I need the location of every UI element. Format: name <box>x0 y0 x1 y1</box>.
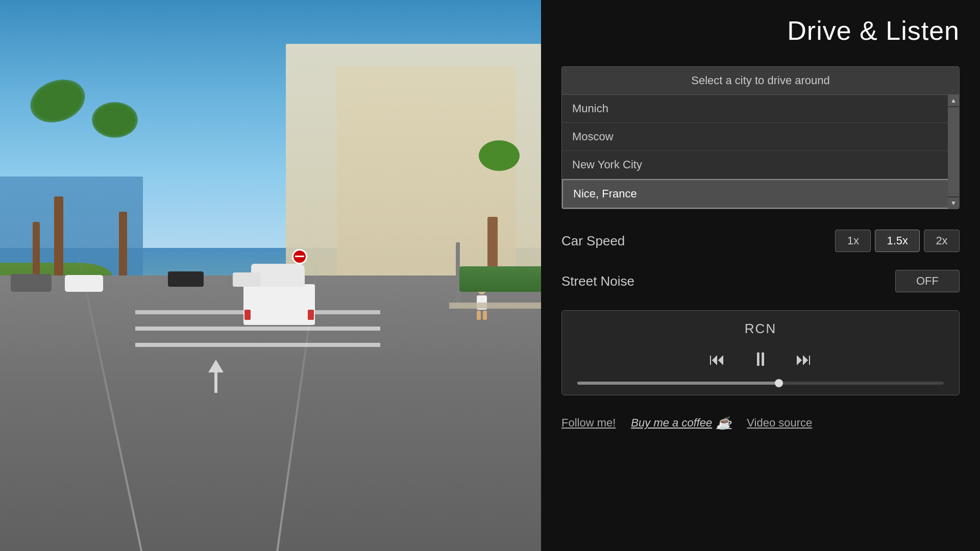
crosswalk-2 <box>135 327 380 331</box>
speed-2x-button[interactable]: 2x <box>924 230 960 252</box>
scroll-up-button[interactable]: ▲ <box>948 95 959 106</box>
white-car-distance <box>233 272 261 287</box>
scroll-thumb[interactable] <box>948 107 959 196</box>
city-item-new-york[interactable]: New York City <box>562 151 959 179</box>
sidewalk-right <box>449 303 541 309</box>
crosswalk-1 <box>135 343 380 347</box>
follow-me-link[interactable]: Follow me! <box>561 416 616 430</box>
city-selector-header: Select a city to drive around <box>562 67 959 95</box>
road-arrow <box>206 356 226 397</box>
progress-bar[interactable] <box>577 382 944 385</box>
control-panel: Drive & Listen Select a city to drive ar… <box>541 0 980 551</box>
car-speed-control: Car Speed 1x 1.5x 2x <box>561 230 960 252</box>
parked-car-1 <box>11 274 52 292</box>
city-item-munich[interactable]: Munich <box>562 95 959 123</box>
footer-links: Follow me! Buy me a coffee ☕ Video sourc… <box>561 416 960 430</box>
city-item-moscow[interactable]: Moscow <box>562 123 959 151</box>
app-title: Drive & Listen <box>561 15 960 46</box>
coffee-text: Buy me a coffee <box>631 416 712 430</box>
progress-fill <box>577 382 779 385</box>
radio-station-name: RCN <box>577 321 944 337</box>
speed-1-5x-button[interactable]: 1.5x <box>875 230 920 252</box>
speed-1x-button[interactable]: 1x <box>835 230 871 252</box>
city-selector: Select a city to drive around Munich Mos… <box>561 66 960 209</box>
parked-car-2 <box>65 275 103 292</box>
scroll-down-button[interactable]: ▼ <box>948 197 959 209</box>
street-noise-control: Street Noise OFF <box>561 270 960 292</box>
street-noise-label: Street Noise <box>561 273 634 289</box>
video-background <box>0 0 541 551</box>
next-track-button[interactable]: ⏭ <box>793 348 815 370</box>
previous-track-button[interactable]: ⏮ <box>706 348 728 370</box>
city-item-nice[interactable]: Nice, France <box>562 179 959 209</box>
palm-leaves-2 <box>92 102 138 138</box>
pause-button[interactable]: ⏸ <box>748 347 773 371</box>
city-list: Munich Moscow New York City Nice, France… <box>562 95 959 209</box>
tree-leaves-right <box>479 140 520 171</box>
speed-buttons-group: 1x 1.5x 2x <box>835 230 960 252</box>
radio-controls: ⏮ ⏸ ⏭ <box>577 347 944 371</box>
scrollbar[interactable]: ▲ ▼ <box>948 95 959 209</box>
black-car <box>168 271 204 287</box>
hedge <box>459 266 541 292</box>
car-speed-label: Car Speed <box>561 233 625 249</box>
street-noise-toggle[interactable]: OFF <box>895 270 960 292</box>
video-source-link[interactable]: Video source <box>747 416 812 430</box>
progress-thumb[interactable] <box>775 379 783 387</box>
radio-player: RCN ⏮ ⏸ ⏭ <box>561 310 960 395</box>
buy-coffee-link[interactable]: Buy me a coffee ☕ <box>631 416 731 430</box>
coffee-icon: ☕ <box>716 416 731 430</box>
